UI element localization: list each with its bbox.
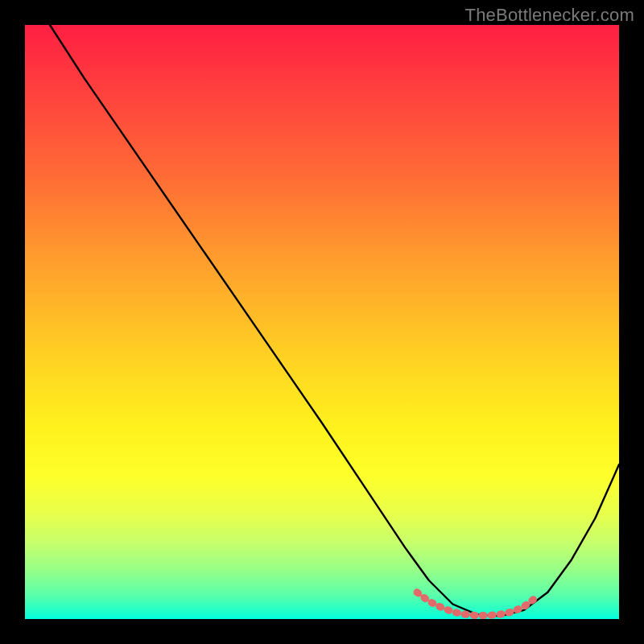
valley-highlight	[417, 592, 536, 616]
chart-overlay	[25, 25, 619, 619]
bottleneck-curve	[50, 25, 619, 616]
attribution-label: TheBottlenecker.com	[465, 5, 634, 26]
